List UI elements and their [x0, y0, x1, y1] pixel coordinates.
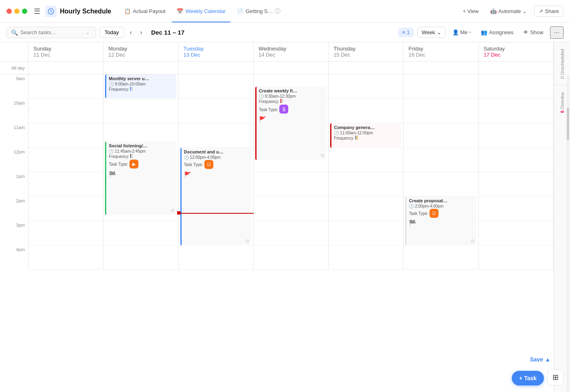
- cell-sun-3[interactable]: [28, 221, 103, 245]
- cell-wed-2[interactable]: [254, 197, 329, 221]
- cell-sat-2[interactable]: [479, 197, 554, 221]
- cell-sun-10[interactable]: [28, 99, 103, 123]
- cell-thu-9[interactable]: [329, 74, 403, 99]
- cell-thu-1[interactable]: [329, 172, 403, 197]
- show-button[interactable]: 👁 Show: [520, 27, 547, 37]
- cell-thu-2[interactable]: [329, 197, 403, 221]
- cell-fri-11[interactable]: [403, 123, 478, 148]
- cell-sun-12[interactable]: [28, 148, 103, 172]
- cell-wed-4[interactable]: [254, 245, 329, 270]
- cell-thu-11[interactable]: [329, 123, 403, 148]
- cell-mon-12[interactable]: [103, 148, 178, 172]
- cell-sat-11[interactable]: [479, 123, 554, 148]
- allday-cell-mon[interactable]: [103, 61, 178, 74]
- cell-sat-12[interactable]: [479, 148, 554, 172]
- cell-tue-4[interactable]: [179, 245, 254, 270]
- search-input[interactable]: [20, 29, 81, 35]
- scrollbar-thumb[interactable]: [567, 107, 569, 140]
- cell-tue-1[interactable]: [179, 172, 254, 197]
- today-button[interactable]: Today: [99, 27, 124, 38]
- allday-row: All day: [0, 61, 554, 74]
- cell-sat-10[interactable]: [479, 99, 554, 123]
- maximize-button[interactable]: [22, 9, 27, 14]
- cell-sun-9[interactable]: [28, 74, 103, 99]
- cell-fri-1[interactable]: [403, 172, 478, 197]
- filter-badge[interactable]: ≡ 1: [398, 28, 414, 37]
- allday-cell-fri[interactable]: [403, 61, 478, 74]
- cell-fri-9[interactable]: [403, 74, 478, 99]
- grid-icon-button[interactable]: ⊞: [547, 369, 563, 385]
- cell-tue-2[interactable]: [179, 197, 254, 221]
- cell-tue-9[interactable]: [179, 74, 254, 99]
- cell-sat-3[interactable]: [479, 221, 554, 245]
- cell-mon-10[interactable]: [103, 99, 178, 123]
- more-button[interactable]: ···: [550, 26, 563, 39]
- cell-sat-9[interactable]: [479, 74, 554, 99]
- tab-actual-payout[interactable]: 📋 Actual Payout: [119, 6, 170, 17]
- cell-mon-4[interactable]: [103, 245, 178, 270]
- getting-started-label: Getting S…: [246, 8, 273, 14]
- cell-tue-10[interactable]: [179, 99, 254, 123]
- prev-button[interactable]: ‹: [127, 27, 134, 38]
- day-headers: Sunday 11 Dec Monday 12 Dec Tuesday 13 D…: [0, 42, 554, 61]
- tab-weekly-calendar[interactable]: 📅 Weekly Calendar: [172, 6, 230, 17]
- calendar-body[interactable]: 9am 10am: [0, 74, 554, 392]
- allday-cell-tue[interactable]: [179, 61, 254, 74]
- add-task-button[interactable]: + Task: [512, 371, 544, 385]
- allday-cell-wed[interactable]: [254, 61, 329, 74]
- cell-sun-11[interactable]: [28, 123, 103, 148]
- me-selector[interactable]: 👤 Me •: [449, 27, 475, 37]
- share-button[interactable]: ↗ Share: [534, 6, 563, 17]
- menu-icon[interactable]: ☰: [34, 7, 40, 16]
- allday-cell-sun[interactable]: [28, 61, 103, 74]
- cell-sun-2[interactable]: [28, 197, 103, 221]
- allday-cell-thu[interactable]: [329, 61, 403, 74]
- automate-button[interactable]: 🤖 Automate ⌄: [486, 6, 531, 16]
- cell-thu-3[interactable]: [329, 221, 403, 245]
- cell-wed-12[interactable]: [254, 148, 329, 172]
- tab-info-icon: ⓘ: [275, 8, 281, 15]
- time-grid: 9am 10am: [0, 74, 554, 270]
- cell-thu-12[interactable]: [329, 148, 403, 172]
- cell-fri-2[interactable]: [403, 197, 478, 221]
- cell-mon-1[interactable]: [103, 172, 178, 197]
- allday-cell-sat[interactable]: [479, 61, 554, 74]
- assignees-button[interactable]: 👥 Assignees: [478, 27, 517, 37]
- cell-mon-11[interactable]: [103, 123, 178, 148]
- cell-mon-3[interactable]: [103, 221, 178, 245]
- cell-fri-12[interactable]: [403, 148, 478, 172]
- search-box[interactable]: 🔍 ⌄: [7, 27, 96, 38]
- cell-tue-12[interactable]: [179, 148, 254, 172]
- cell-wed-1[interactable]: [254, 172, 329, 197]
- cell-wed-9[interactable]: [254, 74, 329, 99]
- automate-chevron-icon: ⌄: [522, 8, 527, 14]
- cell-wed-11[interactable]: [254, 123, 329, 148]
- cell-sat-4[interactable]: [479, 245, 554, 270]
- day-header-tuesday: Tuesday 13 Dec: [179, 42, 254, 61]
- cell-wed-3[interactable]: [254, 221, 329, 245]
- tab-getting-started[interactable]: 📄 Getting S… ⓘ: [232, 5, 285, 18]
- cell-mon-9[interactable]: [103, 74, 178, 99]
- cell-fri-3[interactable]: [403, 221, 478, 245]
- next-button[interactable]: ›: [138, 27, 145, 38]
- cell-sun-4[interactable]: [28, 245, 103, 270]
- week-selector[interactable]: Week ⌄: [417, 27, 446, 38]
- cell-fri-4[interactable]: [403, 245, 478, 270]
- person-icon: 👤: [452, 29, 459, 35]
- close-button[interactable]: [7, 9, 12, 14]
- cell-mon-2[interactable]: [103, 197, 178, 221]
- cell-tue-11[interactable]: [179, 123, 254, 148]
- cell-sat-1[interactable]: [479, 172, 554, 197]
- cell-sun-1[interactable]: [28, 172, 103, 197]
- cell-fri-10[interactable]: [403, 99, 478, 123]
- cell-wed-10[interactable]: [254, 99, 329, 123]
- time-11am: 11am: [0, 123, 28, 148]
- save-button[interactable]: Save ▲: [530, 356, 550, 363]
- cell-thu-4[interactable]: [329, 245, 403, 270]
- view-button[interactable]: + View: [458, 6, 482, 16]
- cell-thu-10[interactable]: [329, 99, 403, 123]
- minimize-button[interactable]: [14, 9, 20, 14]
- cell-tue-3[interactable]: [179, 221, 254, 245]
- scrollbar[interactable]: [567, 75, 569, 392]
- automate-icon: 🤖: [490, 8, 497, 14]
